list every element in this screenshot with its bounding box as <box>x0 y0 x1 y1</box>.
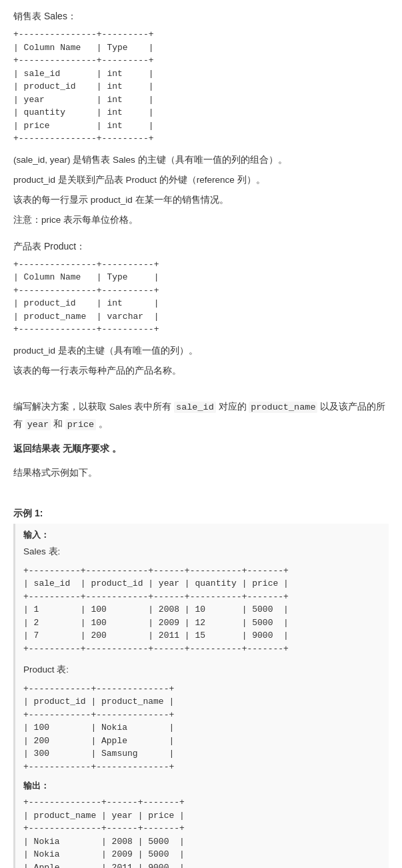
sales-desc1: (sale_id, year) 是销售表 Sales 的主键（具有唯一值的列的组… <box>13 152 389 168</box>
sales-title: 销售表 Sales： <box>13 11 389 23</box>
sales-input-table: +----------+------------+------+--------… <box>23 564 381 656</box>
output-table: +--------------+------+-------+ | produc… <box>23 796 381 868</box>
sales-table-label: Sales 表: <box>23 544 381 560</box>
example1-title: 示例 1: <box>13 508 389 520</box>
return-desc: 返回结果表 无顺序要求 。 <box>13 441 389 457</box>
product-section: 产品表 Product： +---------------+----------… <box>13 241 389 380</box>
product-title: 产品表 Product： <box>13 241 389 253</box>
output-label: 输出： <box>23 780 381 792</box>
example1-section: 示例 1: 输入： Sales 表: +----------+---------… <box>13 508 389 868</box>
product-input-table: +------------+--------------+ | product_… <box>23 683 381 774</box>
product-table-label: Product 表: <box>23 662 381 678</box>
product-table-ascii: +---------------+----------+ | Column Na… <box>13 258 389 336</box>
example1-block: 输入： Sales 表: +----------+------------+--… <box>13 524 389 868</box>
task-desc: 编写解决方案，以获取 Sales 表中所有 sale_id 对应的 produc… <box>13 399 389 433</box>
product-desc2: 该表的每一行表示每种产品的产品名称。 <box>13 363 389 379</box>
sales-section: 销售表 Sales： +---------------+---------+ |… <box>13 11 389 229</box>
sales-desc4: 注意：price 表示每单位价格。 <box>13 212 389 228</box>
sales-desc2: product_id 是关联到产品表 Product 的外键（reference… <box>13 172 389 188</box>
sales-table-ascii: +---------------+---------+ | Column Nam… <box>13 28 389 145</box>
task-section: 编写解决方案，以获取 Sales 表中所有 sale_id 对应的 produc… <box>13 399 389 481</box>
format-desc: 结果格式示例如下。 <box>13 465 389 481</box>
sales-desc3: 该表的每一行显示 product_id 在某一年的销售情况。 <box>13 192 389 208</box>
product-desc1: product_id 是表的主键（具有唯一值的列）。 <box>13 343 389 359</box>
input-label: 输入： <box>23 529 381 541</box>
